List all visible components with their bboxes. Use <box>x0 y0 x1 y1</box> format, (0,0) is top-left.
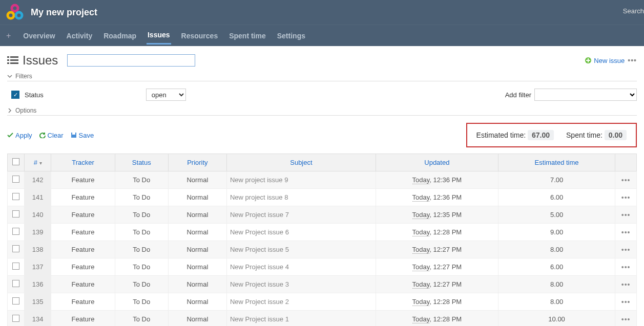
quick-search-input[interactable] <box>67 54 195 67</box>
cell-id[interactable]: 135 <box>25 293 51 311</box>
cell-updated: Today, 12:35 PM <box>376 206 498 224</box>
cell-updated: Today, 12:27 PM <box>376 241 498 258</box>
col-checkbox[interactable] <box>8 154 25 171</box>
col-status[interactable]: Status <box>115 154 168 171</box>
col-priority[interactable]: Priority <box>168 154 226 171</box>
svg-point-0 <box>12 5 18 11</box>
global-search-label[interactable]: Search <box>623 7 644 15</box>
table-row[interactable]: 136FeatureTo DoNormalNew Project issue 3… <box>8 276 637 293</box>
row-checkbox[interactable] <box>12 176 19 183</box>
plus-icon[interactable]: + <box>4 31 13 40</box>
select-all-checkbox[interactable] <box>12 158 19 165</box>
cell-id[interactable]: 138 <box>25 241 51 258</box>
add-filter-select[interactable] <box>534 89 637 101</box>
cell-id[interactable]: 140 <box>25 206 51 224</box>
row-checkbox[interactable] <box>12 245 19 252</box>
nav-activity[interactable]: Activity <box>66 28 94 44</box>
status-checkbox[interactable]: ✓ <box>11 91 19 99</box>
table-row[interactable]: 141FeatureTo DoNormalNew project issue 8… <box>8 189 637 206</box>
cell-subject[interactable]: New project issue 8 <box>226 189 376 206</box>
table-row[interactable]: 142FeatureTo DoNormalNew project issue 9… <box>8 171 637 189</box>
row-checkbox[interactable] <box>12 263 19 270</box>
cell-updated: Today, 12:36 PM <box>376 171 498 189</box>
cell-tracker: Feature <box>51 241 115 258</box>
reload-icon <box>39 132 46 138</box>
new-issue-label: New issue <box>594 57 625 64</box>
more-actions-icon[interactable]: ••• <box>628 56 637 64</box>
clear-button[interactable]: Clear <box>39 132 64 139</box>
cell-subject[interactable]: New Project issue 7 <box>226 206 376 224</box>
cell-id[interactable]: 139 <box>25 224 51 241</box>
col-updated[interactable]: Updated <box>376 154 498 171</box>
row-checkbox[interactable] <box>12 315 19 322</box>
col-estimated[interactable]: Estimated time <box>498 154 615 171</box>
nav-resources[interactable]: Resources <box>180 28 219 44</box>
cell-subject[interactable]: New Project issue 1 <box>226 311 376 327</box>
row-actions-icon[interactable]: ••• <box>621 263 631 271</box>
cell-subject[interactable]: New Project issue 6 <box>226 224 376 241</box>
table-row[interactable]: 138FeatureTo DoNormalNew Project issue 5… <box>8 241 637 258</box>
row-checkbox[interactable] <box>12 210 19 218</box>
nav-roadmap[interactable]: Roadmap <box>102 28 137 44</box>
cell-updated: Today, 12:36 PM <box>376 189 498 206</box>
chevron-down-icon <box>7 74 12 79</box>
new-issue-button[interactable]: New issue <box>585 57 625 64</box>
cell-subject[interactable]: New Project issue 3 <box>226 276 376 293</box>
table-row[interactable]: 135FeatureTo DoNormalNew Project issue 2… <box>8 293 637 311</box>
top-header: My new project Search <box>0 0 644 25</box>
row-actions-icon[interactable]: ••• <box>621 298 631 306</box>
row-actions-icon[interactable]: ••• <box>621 280 631 289</box>
table-row[interactable]: 134FeatureTo DoNormalNew Project issue 1… <box>8 311 637 327</box>
cell-estimated: 9.00 <box>498 224 615 241</box>
table-row[interactable]: 140FeatureTo DoNormalNew Project issue 7… <box>8 206 637 224</box>
cell-subject[interactable]: New Project issue 2 <box>226 293 376 311</box>
app-logo-icon[interactable] <box>6 4 24 21</box>
col-id[interactable]: # ▾ <box>25 154 51 171</box>
row-checkbox[interactable] <box>12 297 19 305</box>
apply-button[interactable]: Apply <box>7 132 32 139</box>
filters-section-header[interactable]: Filters <box>7 73 637 81</box>
cell-status: To Do <box>115 189 168 206</box>
project-title[interactable]: My new project <box>31 7 97 18</box>
apply-label: Apply <box>15 132 32 139</box>
cell-subject[interactable]: New Project issue 4 <box>226 258 376 276</box>
options-section-header[interactable]: Options <box>7 107 637 116</box>
row-actions-icon[interactable]: ••• <box>621 228 631 236</box>
row-checkbox[interactable] <box>12 193 19 200</box>
save-label: Save <box>79 132 94 139</box>
page-title: Issues <box>23 53 58 68</box>
row-actions-icon[interactable]: ••• <box>621 176 631 184</box>
cell-status: To Do <box>115 258 168 276</box>
cell-status: To Do <box>115 171 168 189</box>
cell-priority: Normal <box>168 171 226 189</box>
nav-overview[interactable]: Overview <box>22 28 56 44</box>
cell-id[interactable]: 141 <box>25 189 51 206</box>
row-actions-icon[interactable]: ••• <box>621 246 631 254</box>
estimated-time-label: Estimated time: <box>476 131 526 139</box>
nav-issues[interactable]: Issues <box>147 27 171 45</box>
row-actions-icon[interactable]: ••• <box>621 193 631 202</box>
issues-table: # ▾ Tracker Status Priority Subject Upda… <box>7 154 637 326</box>
cell-id[interactable]: 136 <box>25 276 51 293</box>
row-actions-icon[interactable]: ••• <box>621 211 631 219</box>
issues-list-icon <box>7 55 18 66</box>
row-checkbox[interactable] <box>12 228 19 235</box>
save-button[interactable]: Save <box>71 132 94 139</box>
cell-estimated: 8.00 <box>498 293 615 311</box>
nav-spent-time[interactable]: Spent time <box>228 28 267 44</box>
cell-id[interactable]: 134 <box>25 311 51 327</box>
cell-id[interactable]: 137 <box>25 258 51 276</box>
nav-settings[interactable]: Settings <box>276 28 306 44</box>
totals-box: Estimated time: 67.00 Spent time: 0.00 <box>466 123 637 147</box>
cell-subject[interactable]: New project issue 9 <box>226 171 376 189</box>
col-actions <box>615 154 637 171</box>
table-row[interactable]: 137FeatureTo DoNormalNew Project issue 4… <box>8 258 637 276</box>
col-subject[interactable]: Subject <box>226 154 376 171</box>
col-tracker[interactable]: Tracker <box>51 154 115 171</box>
cell-id[interactable]: 142 <box>25 171 51 189</box>
status-operator-select[interactable]: open <box>146 89 186 101</box>
cell-subject[interactable]: New Project issue 5 <box>226 241 376 258</box>
table-row[interactable]: 139FeatureTo DoNormalNew Project issue 6… <box>8 224 637 241</box>
row-actions-icon[interactable]: ••• <box>621 315 631 323</box>
row-checkbox[interactable] <box>12 280 19 287</box>
